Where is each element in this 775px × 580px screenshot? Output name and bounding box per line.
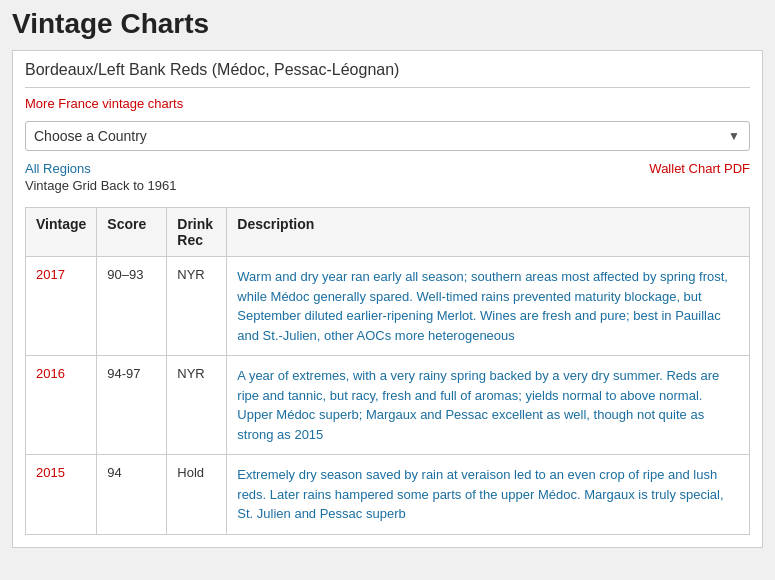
page-title: Vintage Charts (12, 8, 763, 40)
drink-rec-cell: NYR (167, 356, 227, 455)
description-cell: A year of extremes, with a very rainy sp… (227, 356, 750, 455)
country-select[interactable]: Choose a Country France Italy Spain USA … (25, 121, 750, 151)
table-row: 201594HoldExtremely dry season saved by … (26, 455, 750, 535)
links-row: All Regions Vintage Grid Back to 1961 Wa… (25, 161, 750, 193)
table-row: 201694-97NYRA year of extremes, with a v… (26, 356, 750, 455)
score-cell: 94-97 (97, 356, 167, 455)
col-header-score: Score (97, 208, 167, 257)
vintage-year-cell[interactable]: 2017 (26, 257, 97, 356)
col-header-description: Description (227, 208, 750, 257)
vintage-grid-text: Vintage Grid Back to 1961 (25, 178, 177, 193)
wallet-chart-link[interactable]: Wallet Chart PDF (649, 161, 750, 176)
vintage-table: Vintage Score Drink Rec Description 2017… (25, 207, 750, 535)
score-cell: 90–93 (97, 257, 167, 356)
description-cell: Warm and dry year ran early all season; … (227, 257, 750, 356)
page-wrapper: Vintage Charts Bordeaux/Left Bank Reds (… (0, 0, 775, 580)
region-title: Bordeaux/Left Bank Reds (Médoc, Pessac-L… (25, 61, 750, 88)
table-row: 201790–93NYRWarm and dry year ran early … (26, 257, 750, 356)
vintage-year-link[interactable]: 2016 (36, 366, 65, 381)
all-regions-link[interactable]: All Regions (25, 161, 177, 176)
country-select-wrapper: Choose a Country France Italy Spain USA … (25, 121, 750, 151)
score-cell: 94 (97, 455, 167, 535)
vintage-year-link[interactable]: 2015 (36, 465, 65, 480)
vintage-year-cell[interactable]: 2016 (26, 356, 97, 455)
vintage-year-link[interactable]: 2017 (36, 267, 65, 282)
description-cell: Extremely dry season saved by rain at ve… (227, 455, 750, 535)
more-france-link[interactable]: More France vintage charts (25, 96, 750, 111)
col-header-drink: Drink Rec (167, 208, 227, 257)
content-box: Bordeaux/Left Bank Reds (Médoc, Pessac-L… (12, 50, 763, 548)
all-regions-block: All Regions Vintage Grid Back to 1961 (25, 161, 177, 193)
vintage-year-cell[interactable]: 2015 (26, 455, 97, 535)
drink-rec-cell: NYR (167, 257, 227, 356)
drink-rec-cell: Hold (167, 455, 227, 535)
table-header-row: Vintage Score Drink Rec Description (26, 208, 750, 257)
col-header-vintage: Vintage (26, 208, 97, 257)
